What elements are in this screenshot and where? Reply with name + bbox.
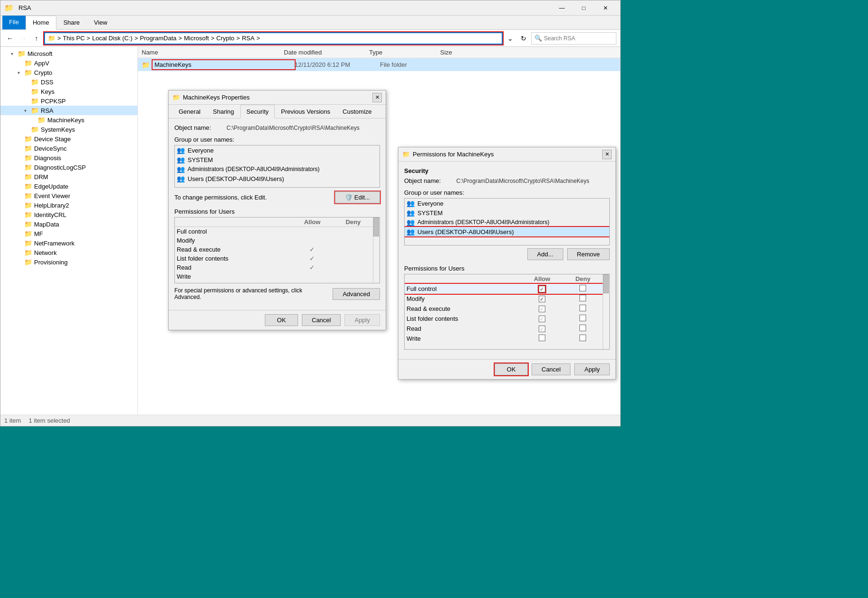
checkbox-deny-list[interactable]: [579, 315, 586, 321]
col-header-name[interactable]: Name: [142, 49, 284, 56]
sidebar-item-keys[interactable]: 📁 Keys: [0, 87, 137, 96]
remove-button[interactable]: Remove: [567, 248, 610, 260]
sep2: >: [135, 35, 138, 42]
table-row[interactable]: 📁 MachineKeys 12/11/2020 6:12 PM File fo…: [138, 58, 620, 71]
perm-row: Full control: [175, 227, 373, 236]
ribbon-tabs: File Home Share View: [0, 16, 620, 29]
properties-apply-button[interactable]: Apply: [344, 314, 380, 326]
path-crypto: Crypto: [217, 35, 235, 42]
close-button[interactable]: ✕: [595, 0, 616, 16]
col-header-type[interactable]: Type: [369, 49, 440, 56]
sidebar-item-helplibrary2[interactable]: 📁 HelpLibrary2: [0, 200, 137, 210]
checkbox-allow-modify[interactable]: [539, 296, 545, 302]
sidebar-item-diagnosis[interactable]: 📁 Diagnosis: [0, 153, 137, 163]
tab-share[interactable]: Share: [56, 16, 87, 29]
sidebar-item-pcpksp[interactable]: 📁 PCPKSP: [0, 96, 137, 106]
perm-user-users[interactable]: 👥 Users (DESKTOP-A8UO4I9\Users): [405, 227, 609, 236]
sidebar-item-devicesync[interactable]: 📁 DeviceSync: [0, 144, 137, 153]
user-administrators[interactable]: 👥 Administrators (DESKTOP-A8UO4I9\Admini…: [175, 164, 380, 174]
perm-deny-check: [334, 227, 373, 236]
checkbox-allow-list[interactable]: [539, 316, 545, 322]
forward-button[interactable]: →: [18, 33, 29, 44]
perm-user-system[interactable]: 👥 SYSTEM: [405, 208, 609, 217]
folder-icon: 📁: [142, 61, 150, 69]
user-everyone[interactable]: 👥 Everyone: [175, 145, 380, 155]
tab-view[interactable]: View: [87, 16, 114, 29]
sidebar-item-label: Crypto: [34, 69, 52, 76]
sidebar-item-device-stage[interactable]: 📁 Device Stage: [0, 134, 137, 144]
sidebar-item-rsa[interactable]: ▾ 📁 RSA: [0, 106, 137, 115]
user-system[interactable]: 👥 SYSTEM: [175, 155, 380, 164]
scrollbar-thumb[interactable]: [603, 274, 609, 293]
sidebar-item-label: HelpLibrary2: [34, 202, 69, 209]
properties-ok-button[interactable]: OK: [265, 314, 298, 326]
search-icon: 🔍: [534, 35, 542, 42]
checkbox-allow-full[interactable]: [539, 286, 545, 292]
window-icon: 📁: [4, 3, 14, 12]
checkbox-deny-modify[interactable]: [579, 295, 586, 301]
refresh-button[interactable]: ↻: [518, 33, 529, 44]
sidebar-item-mf[interactable]: 📁 MF: [0, 229, 137, 238]
tab-security[interactable]: Security: [240, 105, 275, 118]
minimize-button[interactable]: —: [551, 0, 573, 16]
sidebar-item-diagnosticlogcsp[interactable]: 📁 DiagnosticLogCSP: [0, 163, 137, 172]
sidebar-item-provisioning[interactable]: 📁 Provisioning: [0, 257, 137, 267]
dropdown-button[interactable]: ⌄: [505, 33, 516, 44]
perm-allow-check: [291, 227, 333, 236]
user-label: Users (DESKTOP-A8UO4I9\Users): [188, 175, 284, 182]
properties-cancel-button[interactable]: Cancel: [302, 314, 341, 326]
file-name: MachineKeys: [153, 60, 295, 69]
sidebar-item-drm[interactable]: 📁 DRM: [0, 172, 137, 181]
back-button[interactable]: ←: [4, 33, 16, 44]
permissions-cancel-button[interactable]: Cancel: [532, 363, 570, 375]
properties-close-button[interactable]: ✕: [372, 93, 382, 102]
search-input[interactable]: [544, 35, 610, 42]
sidebar-item-crypto[interactable]: ▾ 📁 Crypto: [0, 68, 137, 77]
perm-row: List folder contents ✓: [175, 254, 373, 263]
tab-home[interactable]: Home: [26, 16, 56, 30]
perm-name: Read: [175, 263, 291, 272]
col-header-size[interactable]: Size: [440, 49, 488, 56]
permissions-table: Allow Deny Full control Modify: [175, 217, 373, 281]
sidebar-item-machinekeys[interactable]: 📁 MachineKeys: [0, 115, 137, 125]
col-header-date[interactable]: Date modified: [284, 49, 369, 56]
sidebar-item-network[interactable]: 📁 Network: [0, 248, 137, 257]
perm-col-deny-header: Deny: [334, 217, 373, 227]
permissions-title-bar: 📁 Permissions for MachineKeys ✕: [398, 147, 615, 162]
scrollbar-thumb[interactable]: [373, 217, 379, 236]
sidebar-item-mapdata[interactable]: 📁 MapData: [0, 219, 137, 229]
checkbox-deny-full[interactable]: [579, 285, 586, 291]
tab-file[interactable]: File: [2, 16, 26, 29]
sidebar-item-appv[interactable]: 📁 AppV: [0, 58, 137, 68]
checkbox-deny-read[interactable]: [579, 325, 586, 331]
perm-deny-check: [334, 245, 373, 254]
tab-customize[interactable]: Customize: [336, 105, 378, 118]
permissions-close-button[interactable]: ✕: [602, 150, 612, 159]
sidebar-item-systemkeys[interactable]: 📁 SystemKeys: [0, 125, 137, 134]
tab-sharing[interactable]: Sharing: [207, 105, 240, 118]
checkbox-deny-write[interactable]: [579, 335, 586, 341]
checkbox-allow-write[interactable]: [539, 335, 545, 341]
address-path[interactable]: 📁 > This PC > Local Disk (C:) > ProgramD…: [44, 32, 503, 45]
tab-general[interactable]: General: [172, 105, 207, 118]
checkbox-deny-read-execute[interactable]: [579, 305, 586, 311]
sidebar-item-microsoft[interactable]: ▾ 📁 Microsoft: [0, 49, 137, 58]
sidebar-item-edgeupdate[interactable]: 📁 EdgeUpdate: [0, 181, 137, 191]
sidebar-item-identitycrl[interactable]: 📁 IdentityCRL: [0, 210, 137, 219]
user-users[interactable]: 👥 Users (DESKTOP-A8UO4I9\Users): [175, 174, 380, 183]
sidebar-item-event-viewer[interactable]: 📁 Event Viewer: [0, 191, 137, 200]
perm-user-everyone[interactable]: 👥 Everyone: [405, 199, 609, 208]
permissions-apply-button[interactable]: Apply: [574, 363, 610, 375]
add-button[interactable]: Add...: [527, 248, 563, 260]
checkbox-allow-read-execute[interactable]: [539, 306, 545, 312]
tab-previous-versions[interactable]: Previous Versions: [275, 105, 336, 118]
sidebar-item-netframework[interactable]: 📁 NetFramework: [0, 238, 137, 248]
permissions-ok-button[interactable]: OK: [495, 363, 528, 375]
sidebar-item-dss[interactable]: 📁 DSS: [0, 77, 137, 87]
maximize-button[interactable]: □: [573, 0, 595, 16]
up-button[interactable]: ↑: [31, 33, 42, 44]
perm-user-administrators[interactable]: 👥 Administrators (DESKTOP-A8UO4I9\Admini…: [405, 217, 609, 227]
edit-button[interactable]: 🛡️ Edit...: [335, 191, 380, 203]
advanced-button[interactable]: Advanced: [333, 288, 380, 300]
checkbox-allow-read[interactable]: [539, 326, 545, 332]
